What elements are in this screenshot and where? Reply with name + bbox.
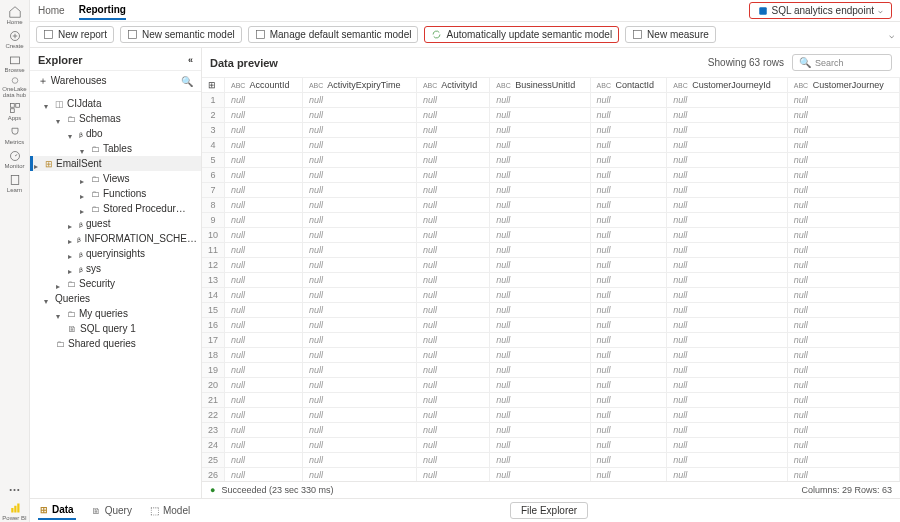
- table-row[interactable]: 4nullnullnullnullnullnullnull: [202, 138, 900, 153]
- column-header[interactable]: ABC AccountId: [225, 78, 303, 93]
- table-row[interactable]: 21nullnullnullnullnullnullnull: [202, 393, 900, 408]
- new-report-button[interactable]: New report: [36, 26, 114, 43]
- table-row[interactable]: 19nullnullnullnullnullnullnull: [202, 363, 900, 378]
- tree-node-tables[interactable]: Tables: [30, 141, 201, 156]
- tree-node-schemas[interactable]: Schemas: [30, 111, 201, 126]
- nav-rail: Home Create Browse OneLake data hub Apps…: [0, 0, 30, 522]
- column-header[interactable]: ABC ActivityId: [416, 78, 489, 93]
- svg-rect-11: [759, 7, 767, 15]
- column-header[interactable]: ABC CustomerJourneyId: [667, 78, 787, 93]
- tree-node-stored-proc[interactable]: Stored Procedur…: [30, 201, 201, 216]
- toolbar: New report New semantic model Manage def…: [30, 22, 900, 48]
- tree-node-sys[interactable]: ᵦsys: [30, 261, 201, 276]
- table-row[interactable]: 1nullnullnullnullnullnullnull: [202, 93, 900, 108]
- tree-node-queries[interactable]: Queries: [30, 291, 201, 306]
- mode-selector[interactable]: SQL analytics endpoint ⌵: [749, 2, 892, 19]
- tree-node-queryinsights[interactable]: ᵦqueryinsights: [30, 246, 201, 261]
- toolbar-chevron-icon[interactable]: ⌵: [889, 30, 894, 40]
- table-row[interactable]: 14nullnullnullnullnullnullnull: [202, 288, 900, 303]
- auto-update-semantic-model-button[interactable]: Automatically update semantic model: [424, 26, 619, 43]
- svg-rect-5: [10, 108, 14, 112]
- tree-node-shared-queries[interactable]: Shared queries: [30, 336, 201, 351]
- table-row[interactable]: 2nullnullnullnullnullnullnull: [202, 108, 900, 123]
- search-icon: 🔍: [799, 57, 811, 68]
- new-measure-button[interactable]: New measure: [625, 26, 716, 43]
- table-row[interactable]: 15nullnullnullnullnullnullnull: [202, 303, 900, 318]
- showing-rows-label: Showing 63 rows: [708, 57, 784, 68]
- column-header[interactable]: ABC ContactId: [590, 78, 667, 93]
- svg-rect-3: [10, 103, 14, 107]
- rail-monitor[interactable]: Monitor: [1, 148, 29, 170]
- rail-powerbi[interactable]: Power BI: [1, 500, 29, 522]
- svg-rect-13: [128, 30, 136, 38]
- column-header[interactable]: ABC ActivityExpiryTime: [302, 78, 416, 93]
- table-row[interactable]: 20nullnullnullnullnullnullnull: [202, 378, 900, 393]
- add-warehouse-button[interactable]: ＋ Warehouses: [38, 74, 107, 88]
- tree-node-dbo[interactable]: ᵦdbo: [30, 126, 201, 141]
- file-explorer-button[interactable]: File Explorer: [510, 502, 588, 519]
- tree-node-guest[interactable]: ᵦguest: [30, 216, 201, 231]
- table-row[interactable]: 5nullnullnullnullnullnullnull: [202, 153, 900, 168]
- svg-rect-7: [11, 175, 19, 184]
- table-row[interactable]: 23nullnullnullnullnullnullnull: [202, 423, 900, 438]
- svg-rect-10: [17, 503, 19, 512]
- table-row[interactable]: 6nullnullnullnullnullnullnull: [202, 168, 900, 183]
- tree-node-root[interactable]: CIJdata: [30, 96, 201, 111]
- rail-more[interactable]: …: [1, 476, 29, 498]
- top-tabs: Home Reporting SQL analytics endpoint ⌵: [30, 0, 900, 22]
- status-text: Succeeded (23 sec 330 ms): [221, 485, 333, 495]
- sql-endpoint-icon: [758, 6, 768, 16]
- rail-onelake[interactable]: OneLake data hub: [1, 76, 29, 98]
- svg-rect-14: [256, 30, 264, 38]
- search-input[interactable]: 🔍 Search: [792, 54, 892, 71]
- rail-metrics[interactable]: Metrics: [1, 124, 29, 146]
- table-row[interactable]: 22nullnullnullnullnullnullnull: [202, 408, 900, 423]
- tab-home[interactable]: Home: [38, 2, 65, 19]
- data-grid[interactable]: ⊞ABC AccountIdABC ActivityExpiryTimeABC …: [202, 78, 900, 481]
- table-row[interactable]: 18nullnullnullnullnullnullnull: [202, 348, 900, 363]
- table-row[interactable]: 26nullnullnullnullnullnullnull: [202, 468, 900, 482]
- tree-node-functions[interactable]: Functions: [30, 186, 201, 201]
- column-header[interactable]: ABC BusinessUnitId: [490, 78, 590, 93]
- manage-default-semantic-model-button[interactable]: Manage default semantic model: [248, 26, 419, 43]
- table-row[interactable]: 17nullnullnullnullnullnullnull: [202, 333, 900, 348]
- bottom-tab-model[interactable]: ⬚Model: [148, 502, 192, 519]
- new-semantic-model-button[interactable]: New semantic model: [120, 26, 242, 43]
- table-row[interactable]: 7nullnullnullnullnullnullnull: [202, 183, 900, 198]
- rail-home[interactable]: Home: [1, 4, 29, 26]
- table-row[interactable]: 9nullnullnullnullnullnullnull: [202, 213, 900, 228]
- rail-create[interactable]: Create: [1, 28, 29, 50]
- svg-point-2: [12, 78, 18, 84]
- rail-learn[interactable]: Learn: [1, 172, 29, 194]
- column-header[interactable]: ABC CustomerJourney: [787, 78, 899, 93]
- search-warehouse-icon[interactable]: 🔍: [181, 76, 193, 87]
- mode-selector-label: SQL analytics endpoint: [772, 5, 874, 16]
- table-row[interactable]: 8nullnullnullnullnullnullnull: [202, 198, 900, 213]
- bottom-tabs: Data Query ⬚Model File Explorer: [30, 498, 900, 522]
- svg-rect-1: [10, 57, 19, 64]
- explorer-tree: CIJdata Schemas ᵦdbo Tables EmailSent Vi…: [30, 92, 201, 498]
- table-row[interactable]: 12nullnullnullnullnullnullnull: [202, 258, 900, 273]
- tree-node-views[interactable]: Views: [30, 171, 201, 186]
- table-row[interactable]: 3nullnullnullnullnullnullnull: [202, 123, 900, 138]
- tree-node-sql-query-1[interactable]: SQL query 1: [30, 321, 201, 336]
- table-row[interactable]: 25nullnullnullnullnullnullnull: [202, 453, 900, 468]
- table-row[interactable]: 11nullnullnullnullnullnullnull: [202, 243, 900, 258]
- rail-browse[interactable]: Browse: [1, 52, 29, 74]
- tree-node-my-queries[interactable]: My queries: [30, 306, 201, 321]
- rail-apps[interactable]: Apps: [1, 100, 29, 122]
- table-row[interactable]: 24nullnullnullnullnullnullnull: [202, 438, 900, 453]
- tab-reporting[interactable]: Reporting: [79, 1, 126, 20]
- svg-rect-15: [633, 30, 641, 38]
- bottom-tab-data[interactable]: Data: [38, 501, 76, 520]
- bottom-tab-query[interactable]: Query: [90, 502, 134, 519]
- tree-node-information-schema[interactable]: ᵦINFORMATION_SCHE…: [30, 231, 201, 246]
- table-row[interactable]: 16nullnullnullnullnullnullnull: [202, 318, 900, 333]
- table-row[interactable]: 10nullnullnullnullnullnullnull: [202, 228, 900, 243]
- collapse-explorer-icon[interactable]: «: [188, 55, 193, 65]
- svg-rect-9: [14, 505, 16, 512]
- tree-node-security[interactable]: Security: [30, 276, 201, 291]
- table-row[interactable]: 13nullnullnullnullnullnullnull: [202, 273, 900, 288]
- tree-node-emailsent[interactable]: EmailSent: [30, 156, 201, 171]
- explorer-title: Explorer: [38, 54, 83, 66]
